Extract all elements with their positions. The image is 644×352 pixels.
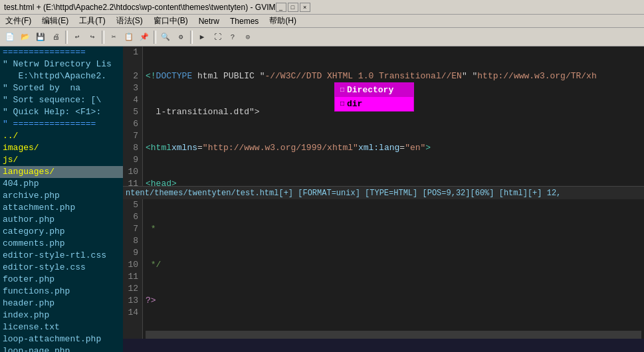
help-button[interactable]: ? [225,30,240,44]
ac-label-dir: dir [347,99,362,109]
cut-button[interactable]: ✂ [106,30,121,44]
list-item[interactable]: loop-attachment.php [0,333,123,345]
search-button[interactable]: 🔍 [158,30,173,44]
code-line-b5: * [146,223,641,235]
toolbar-sep-4 [190,31,193,44]
list-item: " ================ [0,118,123,130]
menu-tools[interactable]: 工具(T) [76,15,108,27]
list-item[interactable]: archive.php [0,190,123,202]
autocomplete-popup[interactable]: □ Directory □ dir [334,82,414,112]
code-line-2: <html xmlns="http://www.w3.org/1999/xhtm… [146,142,641,154]
code-editor[interactable]: <!DOCTYPE html PUBLIC "-//W3C//DTD XHTML… [143,46,644,186]
menu-themes[interactable]: Themes [227,17,261,26]
list-item[interactable]: images/ [0,142,123,154]
new-file-button[interactable]: 📄 [3,30,17,44]
list-item[interactable]: editor-style.css [0,262,123,274]
print-button[interactable]: 🖨 [49,30,63,44]
list-item: " Quick Help: <F1>: [0,106,123,118]
undo-button[interactable]: ↩ [70,30,84,44]
menu-file[interactable]: 文件(F) [3,15,34,27]
code-area: 1 2 3 4 5 6 7 8 9 10 11 12 13 14 <!DOCTY… [123,46,644,352]
ac-label-directory: Directory [347,85,393,95]
list-item: " Netrw Directory Lis [0,58,123,70]
list-item[interactable]: index.php [0,309,123,321]
list-item[interactable]: editor-style-rtl.css [0,250,123,262]
menu-netrw[interactable]: Netrw [196,17,222,26]
code-line-1: <!DOCTYPE html PUBLIC "-//W3C//DTD XHTML… [146,70,641,82]
code-line-b8 [146,331,641,339]
extra-button[interactable]: ⊙ [241,30,255,44]
menu-bar: 文件(F) 编辑(E) 工具(T) 语法(S) 窗口中(B) Netrw The… [0,15,644,28]
list-item[interactable]: 404.php [0,178,123,190]
toolbar-sep-1 [65,31,68,44]
toolbar-sep-3 [154,31,156,44]
list-item: " Sorted by na [0,82,123,94]
code-line-3: <head> [146,178,641,186]
line-numbers: 1 2 3 4 5 6 7 8 9 10 11 12 13 14 [123,46,143,186]
list-item[interactable]: header.php [0,298,123,309]
stop-button[interactable]: ⛶ [210,30,225,44]
list-item[interactable]: functions.php [0,286,123,298]
list-item[interactable]: loop-page.php [0,345,123,352]
list-item[interactable]: ../ [0,130,123,142]
main-area: ================ " Netrw Directory Lis E… [0,46,644,352]
minimize-button[interactable]: _ [276,3,286,12]
editor-pane-top[interactable]: 1 2 3 4 5 6 7 8 9 10 11 12 13 14 <!DOCTY… [123,46,644,186]
close-button[interactable]: × [300,3,310,12]
list-item[interactable]: languages/ [0,166,123,178]
open-file-button[interactable]: 📂 [18,30,33,44]
status-bar: ntent/themes/twentyten/test.html[+] [FOR… [123,186,644,199]
list-item[interactable]: footer.php [0,274,123,286]
editor-pane-bottom[interactable]: 5 6 7 8 9 10 11 12 13 14 * */ ?> | <div … [123,199,644,339]
replace-button[interactable]: ⚙ [173,30,188,44]
list-item: " Sort sequence: [\ [0,94,123,106]
list-item[interactable]: attachment.php [0,202,123,214]
autocomplete-item-directory[interactable]: □ Directory [335,83,413,97]
line-numbers-2: 5 6 7 8 9 10 11 12 13 14 [123,199,143,339]
sidebar[interactable]: ================ " Netrw Directory Lis E… [0,46,123,352]
code-editor-2[interactable]: * */ ?> | <div id="primary" class="widge… [143,199,644,339]
title-bar: test.html + (E:\httpd\Apache2.2\htdocs\w… [0,0,644,15]
list-item[interactable]: comments.php [0,238,123,250]
menu-window[interactable]: 窗口中(B) [151,15,191,27]
code-line-b7: ?> [146,295,641,307]
run-button[interactable]: ▶ [195,30,209,44]
toolbar-sep-2 [102,31,104,44]
code-line-b6: */ [146,259,641,271]
copy-button[interactable]: 📋 [122,30,136,44]
list-item[interactable]: category.php [0,226,123,238]
maximize-button[interactable]: □ [288,3,298,12]
vim-status [123,339,644,352]
title-bar-text: test.html + (E:\httpd\Apache2.2\htdocs\w… [4,3,276,12]
menu-help[interactable]: 帮助(H) [267,15,299,27]
ac-icon-directory: □ [340,86,344,94]
title-bar-buttons[interactable]: _ □ × [276,3,310,12]
list-item[interactable]: license.txt [0,321,123,333]
list-item: ================ [0,46,123,58]
toolbar: 📄 📂 💾 🖨 ↩ ↪ ✂ 📋 📌 🔍 ⚙ ▶ ⛶ ? ⊙ [0,28,644,46]
save-file-button[interactable]: 💾 [33,30,48,44]
ac-icon-dir: □ [340,100,344,108]
redo-button[interactable]: ↪ [85,30,100,44]
autocomplete-item-dir[interactable]: □ dir [335,97,413,111]
menu-edit[interactable]: 编辑(E) [39,15,71,27]
list-item[interactable]: author.php [0,214,123,226]
list-item: E:\httpd\Apache2. [0,70,123,82]
menu-syntax[interactable]: 语法(S) [114,15,146,27]
paste-button[interactable]: 📌 [137,30,152,44]
list-item[interactable]: js/ [0,154,123,166]
status-text: ntent/themes/twentyten/test.html[+] [FOR… [126,189,561,198]
